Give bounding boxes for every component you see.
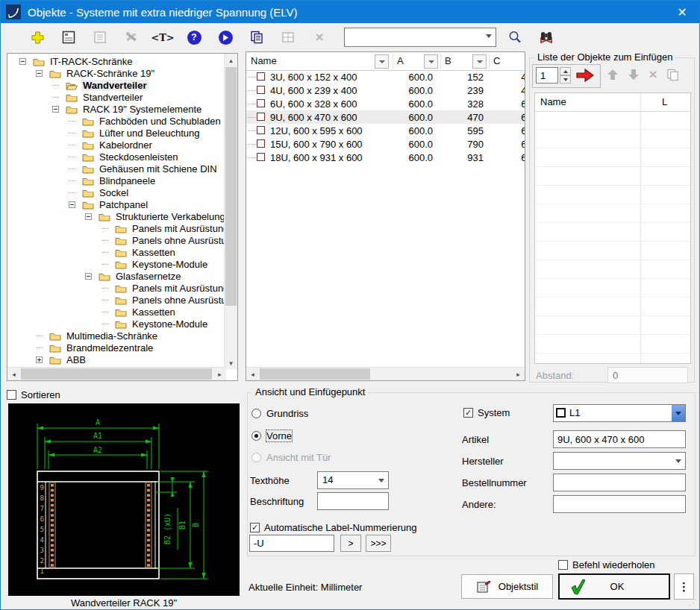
expand-icon[interactable]: + [36,356,43,363]
table-row[interactable]: 12U, 600 x 595 x 600600.0595600 [246,124,525,137]
tree-item[interactable]: +ABB [8,353,225,365]
scroll-right-icon[interactable]: ▸ [213,368,226,380]
auto-label-checkbox[interactable]: ✓ [250,523,260,532]
text-icon[interactable]: <T> [153,28,172,47]
collapse-icon[interactable]: − [36,70,43,77]
spin-up-icon[interactable] [560,67,571,75]
count-stepper[interactable] [560,67,571,84]
chevron-down-icon[interactable] [378,479,384,482]
find-binoculars-icon[interactable] [537,28,556,47]
ok-button[interactable]: OK [558,573,670,600]
row-checkbox[interactable] [257,126,265,134]
column-header-a[interactable]: A [397,55,404,66]
befehl-checkbox[interactable] [558,560,568,570]
run-icon[interactable] [216,28,235,47]
tree-item[interactable]: −RACK-Schränke 19" [8,67,225,79]
tree-item[interactable]: Kassetten [8,246,225,258]
filter-dropdown-icon[interactable] [472,54,487,69]
tree-item[interactable]: −IT-RACK-Schränke [8,55,225,67]
new-dialog-icon[interactable] [59,28,78,47]
tree-item[interactable]: Panels ohne Ausrüstung [8,294,225,306]
label-suffix-input[interactable] [249,535,334,552]
scroll-right-icon[interactable]: ▸ [512,368,525,380]
tree-item[interactable]: Sockel [8,186,225,198]
row-checkbox[interactable] [257,86,265,94]
row-checkbox[interactable] [257,113,265,121]
collapse-icon[interactable]: − [85,213,92,220]
table-horizontal-scrollbar[interactable]: ◂ ▸ [246,367,525,380]
tree-item[interactable]: −Strukturierte Verkabelungssysteme [8,210,225,222]
column-header-name[interactable]: Name [251,55,277,66]
chevron-down-icon[interactable] [672,405,685,421]
tree-item[interactable]: −Patchpanel [8,198,225,210]
tree-horizontal-scrollbar[interactable]: ◂ ▸ [7,367,226,380]
tree-item[interactable]: Standverteiler [8,91,225,103]
copy-icon[interactable] [247,28,266,47]
system-combobox[interactable]: L1 [553,404,686,422]
row-checkbox[interactable] [257,139,265,148]
radio-grundriss[interactable]: Grundriss [251,408,308,419]
scroll-left-icon[interactable]: ◂ [246,368,259,380]
scrollbar-thumb[interactable] [21,368,212,380]
filter-dropdown-icon[interactable] [375,54,389,69]
table-row[interactable]: 4U, 600 x 239 x 400600.0239400 [246,84,525,97]
insert-arrow-icon[interactable] [575,67,596,86]
filter-dropdown-icon[interactable] [424,54,438,69]
tree-item[interactable]: Panels mit Ausrüstung [8,222,225,234]
scrollbar-thumb[interactable] [260,368,370,380]
column-header-c[interactable]: C [493,55,500,66]
tree-vertical-scrollbar[interactable]: ▴ ▾ [224,54,237,369]
collapse-icon[interactable]: − [69,201,75,208]
tree-item[interactable]: Steckdosenleisten [8,151,225,163]
tree-item[interactable]: Brandmeldezentrale [8,342,225,353]
andere-input[interactable] [553,495,686,513]
row-checkbox[interactable] [257,99,265,107]
more-options-button[interactable]: ⋮ [674,573,694,600]
chevron-down-icon[interactable] [486,34,492,38]
radio-vorne[interactable]: Vorne [251,430,292,441]
table-row[interactable]: 3U, 600 x 152 x 400600.0152400 [246,70,525,84]
chevron-down-icon[interactable] [675,459,681,463]
search-input[interactable] [346,29,482,45]
scrollbar-thumb[interactable] [225,67,237,306]
spin-down-icon[interactable] [560,75,571,84]
bestellnummer-input[interactable] [553,474,686,491]
tree-item[interactable]: Panels ohne Ausrüstung [8,234,225,246]
sortieren-checkbox[interactable] [7,390,16,400]
hersteller-combobox[interactable] [553,452,686,470]
tree-item[interactable]: Keystone-Module [8,258,225,270]
artikel-input[interactable] [553,430,686,448]
tree-item[interactable]: Multimedia-Schränke [8,330,225,342]
tree-item[interactable]: Kabelordner [8,139,225,151]
tree-item[interactable]: Panels mit Ausrüstung [8,282,225,294]
scroll-up-icon[interactable]: ▴ [225,54,237,66]
search-icon[interactable] [505,28,525,47]
search-combobox[interactable] [344,28,496,47]
row-checkbox[interactable] [257,153,265,161]
collapse-icon[interactable]: − [85,273,92,280]
close-button[interactable]: ✕ [665,1,699,23]
objektstil-button[interactable]: Objektstil [461,574,553,599]
tree-item[interactable]: −Glasfasernetze [8,270,225,282]
column-header-b[interactable]: B [445,55,451,66]
resize-grip[interactable]: ⋰ [688,597,697,608]
table-row[interactable]: 9U, 600 x 470 x 600600.0470600 [246,110,525,124]
scroll-down-icon[interactable]: ▾ [225,356,237,369]
texthoehe-combobox[interactable]: 14 [317,471,389,489]
tree-item[interactable]: Lüfter und Beleuchtung [8,127,225,139]
count-input[interactable] [536,67,558,84]
system-checkbox[interactable]: ✓ [463,408,473,418]
tree-item[interactable]: Gehäusen mit Schiene DIN [8,163,225,174]
collapse-icon[interactable]: − [52,106,59,113]
scroll-left-icon[interactable]: ◂ [7,368,20,380]
beschriftung-input[interactable] [317,492,389,510]
tree-item[interactable]: Fachböden und Schubladen [8,115,225,127]
tree-item[interactable]: Keystone-Module [8,318,225,330]
table-row[interactable]: 15U, 600 x 790 x 600600.0790600 [246,137,525,151]
next-number-button[interactable]: > [340,535,361,552]
help-icon[interactable]: ? [184,28,204,47]
tree-item[interactable]: Wandverteiler [8,79,225,91]
add-icon[interactable] [28,28,47,47]
tree-item[interactable]: Kassetten [8,306,225,318]
row-checkbox[interactable] [257,72,265,81]
